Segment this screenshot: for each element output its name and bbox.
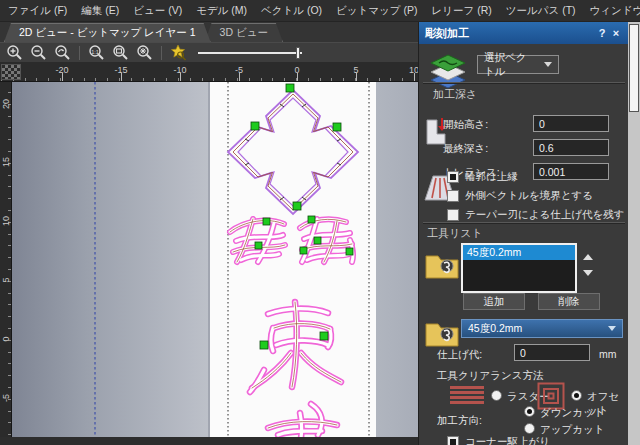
direction-label: 加工方向: xyxy=(437,414,482,428)
start-height-label: 開始高さ: xyxy=(443,118,488,132)
zoom-slider-track xyxy=(198,52,302,54)
zoom-objects-icon[interactable] xyxy=(168,44,189,62)
menu-model[interactable]: モデル (M) xyxy=(196,4,247,18)
down-cut-radio[interactable] xyxy=(524,406,535,417)
tool-folder-icon xyxy=(423,248,461,282)
vector-select-label: 選択ベクトル xyxy=(484,51,536,79)
ruler-tick-label: 15 xyxy=(1,156,11,168)
panel-scrollbar[interactable] xyxy=(628,22,640,445)
tool-move-up-icon[interactable] xyxy=(583,254,593,260)
menu-toolpath[interactable]: ツールパス (T) xyxy=(506,4,576,18)
contour-top-edge-checkbox[interactable] xyxy=(447,171,459,183)
svg-text:1:1: 1:1 xyxy=(91,49,99,55)
allowance-label: 仕上げ代: xyxy=(437,348,482,362)
ruler-tick xyxy=(356,73,357,81)
final-depth-label: 最終深さ: xyxy=(443,142,488,156)
horizontal-ruler: -20-15-10-50510 xyxy=(0,62,418,82)
vertical-ruler: 20151050-5 xyxy=(0,82,12,437)
chevron-down-icon xyxy=(608,326,616,331)
toolbar-divider xyxy=(79,46,80,60)
canvas-2d-view[interactable] xyxy=(12,82,418,437)
zoom-slider[interactable] xyxy=(198,46,302,60)
zoom-toolbar: 1:1 xyxy=(0,42,418,62)
zoom-window-icon[interactable] xyxy=(110,44,131,62)
menu-file[interactable]: ファイル (F) xyxy=(8,4,67,18)
allowance-input[interactable] xyxy=(514,344,590,361)
zoom-out-icon[interactable] xyxy=(28,44,49,62)
zoom-1to1-icon[interactable]: 1:1 xyxy=(86,44,107,62)
tolerance-input[interactable] xyxy=(533,163,609,180)
zoom-in-icon[interactable] xyxy=(4,44,25,62)
view-area: 20151050-5 xyxy=(0,82,418,437)
panel-header[interactable]: 彫刻加工 ? × xyxy=(419,22,629,44)
zoom-slider-handle[interactable] xyxy=(296,47,300,59)
ruler-tick-label: -5 xyxy=(1,392,11,404)
zoom-fit-icon[interactable] xyxy=(134,44,155,62)
ruler-tick xyxy=(180,73,181,81)
raster-icon xyxy=(449,385,485,407)
tool-listbox[interactable]: 45度0.2mm xyxy=(461,243,577,293)
menu-view[interactable]: ビュー (V) xyxy=(133,4,182,18)
offset-radio[interactable] xyxy=(571,390,582,401)
raster-radio[interactable] xyxy=(491,390,502,401)
outer-vector-boundary-checkbox[interactable] xyxy=(447,190,459,202)
start-height-input[interactable] xyxy=(533,115,609,132)
bottom-strip xyxy=(0,437,418,445)
ruler-tick xyxy=(121,73,122,81)
up-cut-radio[interactable] xyxy=(524,423,535,434)
menu-edit[interactable]: 編集 (E) xyxy=(81,4,119,18)
clearance-method-label: 工具クリアランス方法 xyxy=(437,369,543,383)
corner-ramp-label: コーナー駆上がり xyxy=(465,435,550,445)
view-tabs: 2D ビュー - ビットマップ レイヤー 1 3D ビュー xyxy=(0,22,418,42)
tab-2d-view[interactable]: 2D ビュー - ビットマップ レイヤー 1 xyxy=(4,23,211,42)
final-depth-input[interactable] xyxy=(533,139,609,156)
add-tool-button[interactable]: 追加 xyxy=(463,293,525,310)
ruler-tick xyxy=(239,73,240,81)
tool-move-down-icon[interactable] xyxy=(583,270,593,276)
close-icon[interactable]: × xyxy=(609,27,623,39)
menu-window[interactable]: ウィンドウ (W) xyxy=(590,4,640,18)
menu-relief[interactable]: レリーフ (R) xyxy=(432,4,492,18)
workspace: 2D ビュー - ビットマップ レイヤー 1 3D ビュー 1:1 xyxy=(0,22,418,445)
delete-tool-button[interactable]: 削除 xyxy=(538,293,600,310)
active-tool-dropdown[interactable]: 45度0.2mm xyxy=(461,319,623,338)
menu-bar: ファイル (F) 編集 (E) ビュー (V) モデル (M) ベクトル (O)… xyxy=(0,0,640,22)
active-tool-value: 45度0.2mm xyxy=(468,322,522,336)
tool-list-item[interactable]: 45度0.2mm xyxy=(463,245,575,260)
taper-allowance-checkbox[interactable] xyxy=(447,209,459,221)
ruler-tick xyxy=(62,73,63,81)
zoom-previous-icon[interactable] xyxy=(52,44,73,62)
app-window: ファイル (F) 編集 (E) ビュー (V) モデル (M) ベクトル (O)… xyxy=(0,0,640,445)
divider xyxy=(423,82,625,83)
engraving-panel: 彫刻加工 ? × 選択ベクトル 加工深さ 開始高さ: 最終深さ: トレランス: xyxy=(418,22,628,445)
down-cut-label: ダウンカット xyxy=(540,406,604,420)
scrollbar-thumb[interactable] xyxy=(629,24,639,112)
corner-ramp-checkbox[interactable] xyxy=(447,436,459,445)
section-title-depth: 加工深さ xyxy=(433,87,477,102)
ruler-origin-icon[interactable] xyxy=(1,64,21,80)
divider xyxy=(423,222,625,223)
ruler-tick xyxy=(297,73,298,81)
section-title-tool-list: 工具リスト xyxy=(427,226,483,241)
ruler-tick-label: 0 xyxy=(1,333,11,345)
chevron-down-icon xyxy=(544,62,552,67)
ruler-tick-label: 20 xyxy=(1,98,11,110)
taper-allowance-label: テーパー刃による仕上げ代を残す xyxy=(465,208,624,222)
ruler-tick-label: 5 xyxy=(1,274,11,286)
tool-folder-icon xyxy=(423,316,461,350)
tab-3d-view[interactable]: 3D ビュー xyxy=(205,23,283,42)
contour-top-edge-label: 輪郭は上縁 xyxy=(465,170,518,184)
vector-select-dropdown[interactable]: 選択ベクトル xyxy=(477,55,559,74)
ruler-tick xyxy=(414,73,415,81)
ruler-tick-label: 10 xyxy=(1,215,11,227)
selected-vectors-icon xyxy=(427,50,469,90)
panel-title: 彫刻加工 xyxy=(425,26,469,41)
toolbar-divider xyxy=(161,46,162,60)
allowance-unit: mm xyxy=(599,348,617,360)
menu-bitmap[interactable]: ビットマップ (P) xyxy=(336,4,417,18)
menu-vector[interactable]: ベクトル (O) xyxy=(261,4,322,18)
outer-vector-boundary-label: 外側ベクトルを境界とする xyxy=(465,189,593,203)
help-icon[interactable]: ? xyxy=(595,27,609,39)
